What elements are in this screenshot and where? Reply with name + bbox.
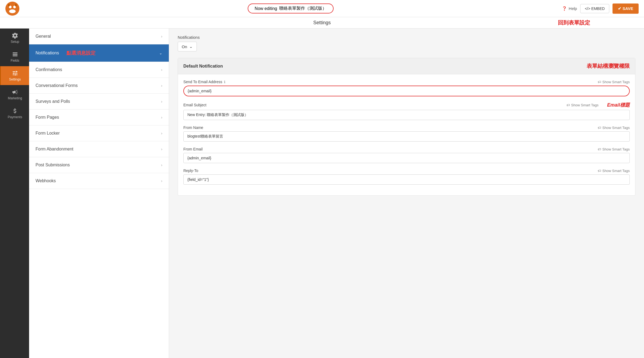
email-subject-smart-tags[interactable]: 🏷 Show Smart Tags [566,103,598,107]
field-from-email: From Email 🏷 Show Smart Tags [183,147,630,163]
from-name-input[interactable] [183,131,630,142]
from-email-input[interactable] [183,153,630,163]
webhooks-label: Webhooks [36,178,56,183]
from-email-label: From Email [183,147,203,151]
settings-bar: Settings 回到表單設定 [0,17,644,29]
info-icon[interactable]: ℹ [224,80,225,84]
send-to-email-smart-tags[interactable]: 🏷 Show Smart Tags [598,80,630,84]
dropdown-chevron: ⌄ [189,44,193,49]
default-notification-card: Default Notification 表單結構瀏覽權限 Send To Em… [178,58,635,196]
settings-title: Settings [313,20,331,26]
email-subject-input[interactable] [183,110,630,120]
tag-icon-2: 🏷 [566,103,570,107]
notifications-annotation: 點選消息設定 [66,50,96,56]
logo [5,2,19,16]
reply-to-smart-tags[interactable]: 🏷 Show Smart Tags [598,169,630,173]
sidebar-item-webhooks[interactable]: Webhooks › [29,173,169,189]
header-annotation: 表單結構瀏覽權限 [587,62,630,70]
form-abandonment-label: Form Abandonment [36,147,74,152]
sidebar-item-payments[interactable]: Payments [0,104,29,123]
from-name-smart-tags[interactable]: 🏷 Show Smart Tags [598,126,630,130]
tag-icon: 🏷 [598,80,601,84]
content-area: Notifications On ⌄ Default Notification … [169,29,644,358]
webhooks-chevron: › [161,179,162,183]
editing-label: Now editing [255,6,277,11]
editing-name: 聯絡表單製作（測試版） [279,6,327,11]
settings-label: Settings [9,78,21,81]
sidebar-item-marketing[interactable]: Marketing [0,85,29,104]
svg-point-0 [5,2,19,16]
left-nav: Setup Fields Settings Marketing [0,29,29,358]
sidebar-item-general[interactable]: General › [29,29,169,44]
logo-icon [5,2,19,16]
fields-label: Fields [10,59,19,62]
top-bar-actions: ❓ Help </> EMBED ✔ SAVE [562,3,639,14]
notifications-item-left: Notifications 點選消息設定 [36,50,96,56]
field-reply-to: Reply-To 🏷 Show Smart Tags [183,169,630,185]
send-to-email-input[interactable] [183,86,630,96]
settings-sidebar: General › Notifications 點選消息設定 ⌄ Confirm… [29,29,169,358]
post-submissions-label: Post Submissions [36,163,70,167]
svg-rect-5 [15,4,17,6]
default-notification-title: Default Notification [183,64,223,69]
send-to-email-label: Send To Email Address ℹ [183,80,225,84]
field-email-subject: Email Subject 🏷 Show Smart Tags Email標題 [183,102,630,120]
sidebar-item-post-submissions[interactable]: Post Submissions › [29,157,169,173]
surveys-polls-chevron: › [161,99,162,104]
svg-rect-4 [8,4,10,6]
field-email-subject-header: Email Subject 🏷 Show Smart Tags Email標題 [183,102,630,108]
sidebar-item-form-abandonment[interactable]: Form Abandonment › [29,141,169,157]
field-send-to-email-header: Send To Email Address ℹ 🏷 Show Smart Tag… [183,80,630,84]
help-button[interactable]: ❓ Help [562,6,577,11]
notifications-toggle-label: Notifications [178,35,635,40]
form-locker-chevron: › [161,131,162,135]
conversational-forms-chevron: › [161,83,162,88]
field-reply-to-header: Reply-To 🏷 Show Smart Tags [183,169,630,173]
top-bar: Now editing 聯絡表單製作（測試版） ❓ Help </> EMBED… [0,0,644,17]
form-pages-label: Form Pages [36,115,59,120]
svg-rect-8 [13,55,18,56]
marketing-label: Marketing [8,96,22,100]
surveys-polls-label: Surveys and Polls [36,99,70,104]
setup-label: Setup [11,40,19,44]
reply-to-input[interactable] [183,174,630,185]
sidebar-item-form-locker[interactable]: Form Locker › [29,125,169,141]
from-email-smart-tags[interactable]: 🏷 Show Smart Tags [598,147,630,151]
editing-title-container: Now editing 聯絡表單製作（測試版） [248,3,334,13]
default-notification-header: Default Notification 表單結構瀏覽權限 [178,58,635,74]
notifications-value: On [182,44,187,49]
question-icon: ❓ [562,6,567,11]
form-abandonment-chevron: › [161,147,162,151]
notifications-label: Notifications [36,51,59,55]
payments-label: Payments [8,115,22,119]
save-button[interactable]: ✔ SAVE [612,3,639,14]
confirmations-chevron: › [161,68,162,72]
settings-annotation: 回到表單設定 [558,19,590,26]
sidebar-item-notifications[interactable]: Notifications 點選消息設定 ⌄ [29,44,169,62]
sidebar-item-setup[interactable]: Setup [0,29,29,47]
sidebar-item-form-pages[interactable]: Form Pages › [29,110,169,125]
dollar-icon [12,108,18,114]
notifications-toggle-dropdown[interactable]: On ⌄ [178,42,197,51]
general-chevron: › [161,34,162,38]
gear-icon [12,32,18,39]
svg-point-3 [9,9,16,13]
sidebar-item-settings[interactable]: Settings [0,66,29,85]
sidebar-item-surveys-polls[interactable]: Surveys and Polls › [29,94,169,110]
post-submissions-chevron: › [161,163,162,167]
form-pages-chevron: › [161,115,162,120]
confirmations-label: Confirmations [36,67,62,72]
svg-rect-7 [13,54,18,55]
sidebar-item-confirmations[interactable]: Confirmations › [29,62,169,78]
tag-icon-4: 🏷 [598,147,601,151]
form-locker-label: Form Locker [36,131,60,136]
sidebar-item-fields[interactable]: Fields [0,47,29,66]
notifications-chevron: ⌄ [159,51,162,55]
reply-to-label: Reply-To [183,169,198,173]
sidebar-item-conversational-forms[interactable]: Conversational Forms › [29,78,169,94]
svg-rect-6 [13,52,18,53]
tag-icon-5: 🏷 [598,169,601,173]
embed-button[interactable]: </> EMBED [580,4,609,13]
megaphone-icon [12,89,18,95]
content-inner: Notifications On ⌄ Default Notification … [169,29,644,202]
